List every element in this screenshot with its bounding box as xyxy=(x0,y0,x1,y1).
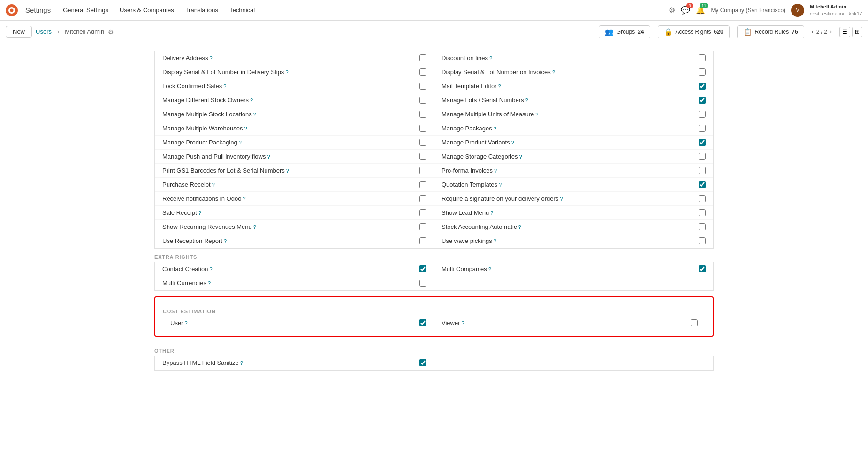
settings-icon[interactable]: ⚙ xyxy=(669,6,675,15)
access-rights-button[interactable]: 🔒 Access Rights 620 xyxy=(658,25,730,38)
help-icon[interactable]: ? xyxy=(499,182,502,188)
field-checkbox-right[interactable] xyxy=(699,181,706,188)
field-checkbox[interactable] xyxy=(419,280,426,287)
help-icon[interactable]: ? xyxy=(267,154,270,159)
field-checkbox-right[interactable] xyxy=(699,54,706,61)
help-icon[interactable]: ? xyxy=(552,69,555,75)
breadcrumb-separator: › xyxy=(57,28,59,35)
field-checkbox-left[interactable] xyxy=(419,195,426,202)
record-gear-icon[interactable]: ⚙ xyxy=(108,28,114,36)
field-checkbox-right[interactable] xyxy=(699,125,706,132)
field-checkbox-right[interactable] xyxy=(699,68,706,76)
field-checkbox-right[interactable] xyxy=(699,209,706,216)
field-pair-row: Receive notifications in Odoo ?Require a… xyxy=(155,192,713,206)
next-page-btn[interactable]: › xyxy=(830,29,832,35)
field-checkbox-left[interactable] xyxy=(419,54,426,61)
help-icon[interactable]: ? xyxy=(488,266,491,272)
help-icon[interactable]: ? xyxy=(525,98,528,103)
nav-general-settings[interactable]: General Settings xyxy=(58,5,113,15)
help-icon[interactable]: ? xyxy=(224,238,227,244)
app-logo[interactable] xyxy=(6,4,18,16)
field-cell-left: Manage Push and Pull inventory flows ? xyxy=(155,150,434,164)
nav-users-companies[interactable]: Users & Companies xyxy=(115,5,179,15)
kanban-view-btn[interactable]: ⊞ xyxy=(852,27,862,37)
help-icon[interactable]: ? xyxy=(519,154,522,159)
help-icon[interactable]: ? xyxy=(184,320,187,326)
field-checkbox-left[interactable] xyxy=(419,139,426,146)
help-icon[interactable]: ? xyxy=(489,55,492,61)
field-checkbox-right[interactable] xyxy=(699,223,706,230)
help-icon[interactable]: ? xyxy=(253,224,256,230)
new-button[interactable]: New xyxy=(6,26,32,38)
nav-technical[interactable]: Technical xyxy=(225,5,259,15)
field-checkbox-left[interactable] xyxy=(419,97,426,104)
field-checkbox-left[interactable] xyxy=(419,167,426,174)
help-icon[interactable]: ? xyxy=(210,266,213,272)
help-icon[interactable]: ? xyxy=(494,168,497,174)
field-cell-left: Receive notifications in Odoo ? xyxy=(155,192,434,206)
groups-button[interactable]: 👥 Groups 24 xyxy=(599,25,650,38)
field-checkbox-left[interactable] xyxy=(419,237,426,244)
field-checkbox[interactable] xyxy=(691,319,698,326)
field-checkbox[interactable] xyxy=(419,359,426,366)
help-icon[interactable]: ? xyxy=(560,196,563,202)
field-checkbox-left[interactable] xyxy=(419,209,426,216)
view-toggle: ☰ ⊞ xyxy=(839,27,862,37)
field-cell-left: Purchase Receipt ? xyxy=(155,178,434,192)
help-icon[interactable]: ? xyxy=(244,126,247,131)
chat-icon[interactable]: 💬 9 xyxy=(681,6,690,15)
help-icon[interactable]: ? xyxy=(518,224,521,230)
field-checkbox-right[interactable] xyxy=(699,153,706,160)
list-view-btn[interactable]: ☰ xyxy=(839,27,850,37)
field-checkbox[interactable] xyxy=(699,265,706,272)
help-icon[interactable]: ? xyxy=(286,168,289,174)
help-icon[interactable]: ? xyxy=(511,140,514,145)
help-icon[interactable]: ? xyxy=(223,83,226,89)
field-checkbox-left[interactable] xyxy=(419,223,426,230)
field-checkbox-left[interactable] xyxy=(419,153,426,160)
help-icon[interactable]: ? xyxy=(490,210,493,216)
record-rules-button[interactable]: 📋 Record Rules 76 xyxy=(737,25,804,38)
pagination: ‹ 2 / 2 › xyxy=(812,29,832,35)
field-checkbox-right[interactable] xyxy=(699,195,706,202)
field-cell-right: Pro-forma Invoices ? xyxy=(434,164,713,178)
field-label: Quotation Templates ? xyxy=(442,181,699,188)
field-checkbox-left[interactable] xyxy=(419,111,426,118)
help-icon[interactable]: ? xyxy=(250,98,253,103)
user-avatar[interactable]: M xyxy=(791,4,804,17)
help-icon[interactable]: ? xyxy=(494,126,496,131)
help-icon[interactable]: ? xyxy=(210,55,213,61)
field-pair-row: Print GS1 Barcodes for Lot & Serial Numb… xyxy=(155,164,713,178)
prev-page-btn[interactable]: ‹ xyxy=(812,29,814,35)
help-icon[interactable]: ? xyxy=(239,140,242,145)
help-icon[interactable]: ? xyxy=(212,182,215,188)
field-checkbox-right[interactable] xyxy=(699,139,706,146)
breadcrumb-users[interactable]: Users xyxy=(36,28,52,35)
help-icon[interactable]: ? xyxy=(494,238,496,244)
help-icon[interactable]: ? xyxy=(253,112,256,117)
field-checkbox-left[interactable] xyxy=(419,181,426,188)
help-icon[interactable]: ? xyxy=(498,83,501,89)
help-icon[interactable]: ? xyxy=(535,112,538,117)
help-icon[interactable]: ? xyxy=(198,210,201,216)
field-pair-row: Bypass HTML Field Sanitize ? xyxy=(155,356,713,370)
field-checkbox[interactable] xyxy=(419,319,426,326)
alert-icon[interactable]: 🔔 11 xyxy=(696,6,705,15)
help-icon[interactable]: ? xyxy=(240,360,243,366)
help-icon[interactable]: ? xyxy=(462,320,464,326)
field-cell-left: Lock Confirmed Sales ? xyxy=(155,79,434,93)
help-icon[interactable]: ? xyxy=(243,196,245,202)
field-checkbox-left[interactable] xyxy=(419,125,426,132)
help-icon[interactable]: ? xyxy=(285,69,288,75)
field-checkbox-left[interactable] xyxy=(419,83,426,90)
field-checkbox-right[interactable] xyxy=(699,167,706,174)
nav-translations[interactable]: Translations xyxy=(181,5,223,15)
field-checkbox-left[interactable] xyxy=(419,68,426,76)
field-checkbox-right[interactable] xyxy=(699,111,706,118)
field-checkbox-right[interactable] xyxy=(699,97,706,104)
help-icon[interactable]: ? xyxy=(208,280,211,286)
field-checkbox-right[interactable] xyxy=(699,83,706,90)
field-label: Manage Multiple Warehouses ? xyxy=(162,125,419,132)
field-checkbox-right[interactable] xyxy=(699,237,706,244)
field-checkbox[interactable] xyxy=(419,265,426,272)
